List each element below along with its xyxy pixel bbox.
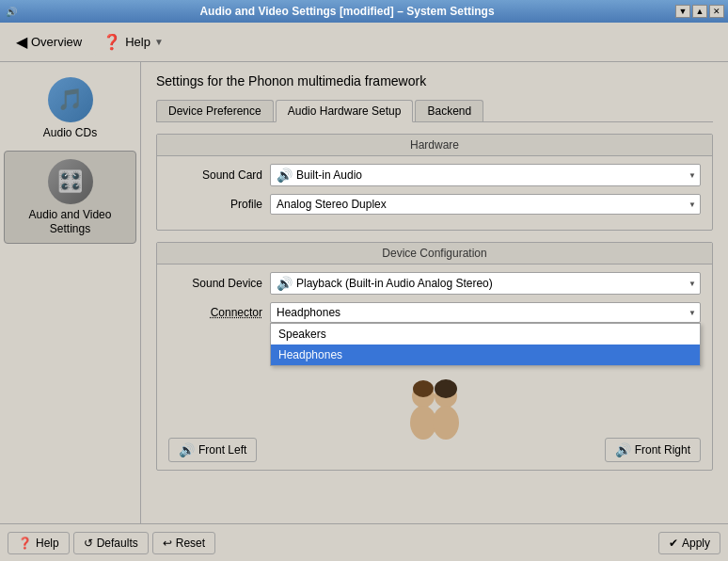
audio-cds-icon: 🎵 xyxy=(48,77,93,122)
sound-device-value: Playback (Built-in Audio Analog Stereo) xyxy=(296,277,493,290)
window-title: Audio and Video Settings [modified] – Sy… xyxy=(19,5,675,18)
overview-icon: ◀ xyxy=(16,33,27,51)
help-dropdown-arrow: ▼ xyxy=(154,37,164,47)
title-bar: 🔊 Audio and Video Settings [modified] – … xyxy=(0,0,728,23)
sound-device-row: Sound Device 🔊 Playback (Built-in Audio … xyxy=(168,272,701,295)
overview-button[interactable]: ◀ Overview xyxy=(8,28,90,56)
tab-device-preference[interactable]: Device Preference xyxy=(156,100,274,121)
soundcard-select-wrapper: 🔊 Built-in Audio xyxy=(270,164,701,186)
apply-button[interactable]: ✔ Apply xyxy=(658,532,720,554)
front-left-label: Front Left xyxy=(198,443,246,457)
hardware-section-content: Sound Card 🔊 Built-in Audio Profile Anal… xyxy=(157,156,712,230)
connector-option-headphones-label: Headphones xyxy=(278,348,342,361)
defaults-icon: ↺ xyxy=(84,537,93,550)
window-controls: ▼ ▲ ✕ xyxy=(675,5,724,18)
svg-point-5 xyxy=(435,379,457,398)
sound-device-icon: 🔊 xyxy=(277,276,293,291)
front-right-button[interactable]: 🔊 Front Right xyxy=(605,438,701,462)
person-svg xyxy=(397,376,472,451)
connector-select[interactable]: Headphones xyxy=(270,302,701,323)
device-config-title: Device Configuration xyxy=(157,243,712,264)
defaults-button[interactable]: ↺ Defaults xyxy=(73,532,149,554)
help-icon: ❓ xyxy=(103,33,121,51)
reset-button[interactable]: ↩ Reset xyxy=(152,532,215,554)
bottom-bar: ❓ Help ↺ Defaults ↩ Reset ✔ Apply xyxy=(0,523,728,561)
connector-select-wrapper: Headphones Speakers Headphones xyxy=(270,302,701,323)
svg-point-4 xyxy=(433,406,459,440)
tabs: Device Preference Audio Hardware Setup B… xyxy=(156,100,713,122)
front-right-label: Front Right xyxy=(635,443,690,457)
profile-select[interactable]: Analog Stereo Duplex xyxy=(270,194,701,215)
content-header: Settings for the Phonon multimedia frame… xyxy=(156,73,713,88)
profile-select-wrapper: Analog Stereo Duplex xyxy=(270,194,701,215)
content-area: Settings for the Phonon multimedia frame… xyxy=(141,62,728,523)
connector-dropdown-list: Speakers Headphones xyxy=(270,323,701,366)
front-right-speaker-icon: 🔊 xyxy=(615,442,631,457)
hardware-section: Hardware Sound Card 🔊 Built-in Audio Pro… xyxy=(156,134,713,231)
audio-video-settings-icon: 🎛️ xyxy=(48,159,93,204)
connector-option-speakers[interactable]: Speakers xyxy=(271,324,700,345)
sound-device-label: Sound Device xyxy=(168,277,262,290)
tab-backend[interactable]: Backend xyxy=(415,100,483,121)
connector-row: Connector Headphones Speakers Headphones xyxy=(168,302,701,323)
sidebar-item-audio-video-settings[interactable]: 🎛️ Audio and Video Settings xyxy=(4,151,136,244)
soundcard-icon: 🔊 xyxy=(277,168,293,183)
sidebar-label-audio-cds: Audio CDs xyxy=(43,126,97,139)
soundcard-select[interactable]: 🔊 Built-in Audio xyxy=(270,164,701,186)
defaults-label: Defaults xyxy=(97,537,138,550)
connector-option-headphones[interactable]: Headphones xyxy=(271,345,700,365)
profile-row: Profile Analog Stereo Duplex xyxy=(168,194,701,215)
maximize-button[interactable]: ▲ xyxy=(692,5,707,18)
svg-point-2 xyxy=(413,380,434,397)
bottom-left-buttons: ❓ Help ↺ Defaults ↩ Reset xyxy=(8,532,215,554)
window-icon: 🔊 xyxy=(4,4,19,19)
soundcard-value: Built-in Audio xyxy=(296,168,362,182)
profile-value: Analog Stereo Duplex xyxy=(277,198,387,211)
overview-label: Overview xyxy=(31,35,82,49)
close-button[interactable]: ✕ xyxy=(709,5,724,18)
sidebar-label-audio-video-settings: Audio and Video Settings xyxy=(8,208,132,235)
sound-device-select-wrapper: 🔊 Playback (Built-in Audio Analog Stereo… xyxy=(270,272,701,295)
reset-icon: ↩ xyxy=(163,537,172,550)
apply-label: Apply xyxy=(682,537,710,550)
help-label: Help xyxy=(125,35,150,49)
reset-label: Reset xyxy=(176,537,205,550)
sidebar-item-audio-cds[interactable]: 🎵 Audio CDs xyxy=(4,70,136,147)
front-left-button[interactable]: 🔊 Front Left xyxy=(168,438,257,462)
soundcard-label: Sound Card xyxy=(168,168,262,182)
apply-icon: ✔ xyxy=(669,537,678,550)
connector-label: Connector xyxy=(168,306,262,319)
soundcard-row: Sound Card 🔊 Built-in Audio xyxy=(168,164,701,186)
help-bottom-label: Help xyxy=(36,537,59,550)
help-bottom-icon: ❓ xyxy=(18,537,32,550)
help-bottom-button[interactable]: ❓ Help xyxy=(8,532,70,554)
svg-point-1 xyxy=(410,406,436,440)
minimize-button[interactable]: ▼ xyxy=(675,5,690,18)
connector-value: Headphones xyxy=(277,306,340,319)
help-button[interactable]: ❓ Help ▼ xyxy=(94,28,172,56)
sound-device-select[interactable]: 🔊 Playback (Built-in Audio Analog Stereo… xyxy=(270,272,701,295)
tab-audio-hardware-setup[interactable]: Audio Hardware Setup xyxy=(276,100,414,122)
person-illustration xyxy=(397,376,472,451)
hardware-section-title: Hardware xyxy=(157,135,712,156)
toolbar: ◀ Overview ❓ Help ▼ xyxy=(0,23,728,62)
main-layout: 🎵 Audio CDs 🎛️ Audio and Video Settings … xyxy=(0,62,728,523)
device-config-content: Sound Device 🔊 Playback (Built-in Audio … xyxy=(157,264,712,338)
profile-label: Profile xyxy=(168,198,262,211)
front-left-speaker-icon: 🔊 xyxy=(179,442,195,457)
sidebar: 🎵 Audio CDs 🎛️ Audio and Video Settings xyxy=(0,62,141,523)
connector-option-speakers-label: Speakers xyxy=(278,328,326,341)
device-config-section: Device Configuration Sound Device 🔊 Play… xyxy=(156,242,713,471)
